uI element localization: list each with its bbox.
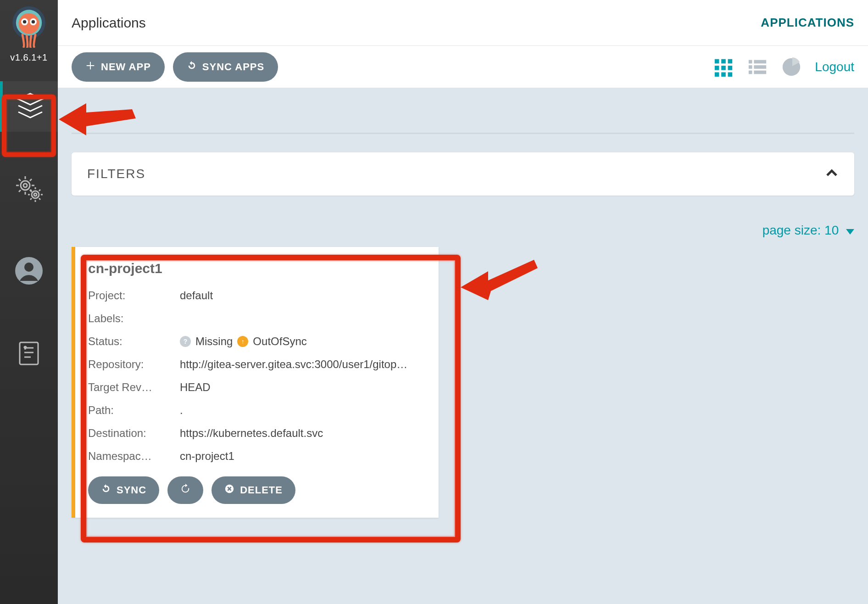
outofsync-icon: ↑ — [237, 336, 248, 347]
row-value: http://gitea-server.gitea.svc:3000/user1… — [180, 356, 426, 373]
grid-view-icon[interactable] — [713, 56, 734, 78]
svg-marker-36 — [846, 229, 854, 235]
status-value: ? Missing ↑ OutOfSync — [180, 333, 426, 350]
row-label: Namespac… — [88, 448, 180, 464]
svg-point-9 — [32, 191, 39, 198]
filters-panel[interactable]: FILTERS — [72, 152, 854, 196]
card-sync-label: SYNC — [117, 484, 146, 496]
argo-logo — [7, 5, 50, 50]
svg-rect-33 — [754, 70, 767, 74]
svg-rect-32 — [749, 70, 752, 74]
layers-icon — [16, 91, 45, 122]
new-app-button[interactable]: NEW APP — [72, 52, 165, 82]
svg-rect-31 — [754, 65, 767, 69]
search-row[interactable] — [72, 106, 854, 134]
card-delete-label: DELETE — [240, 484, 283, 496]
sidebar-item-docs[interactable]: ? — [0, 329, 58, 380]
card-sync-button[interactable]: SYNC — [88, 476, 159, 504]
svg-point-8 — [23, 184, 27, 187]
svg-rect-23 — [722, 66, 726, 70]
chevron-up-icon[interactable] — [825, 166, 839, 182]
svg-rect-19 — [715, 59, 719, 63]
page-title: Applications — [72, 15, 146, 31]
svg-rect-30 — [749, 65, 752, 69]
logout-link[interactable]: Logout — [815, 60, 854, 74]
app-name: cn-project1 — [88, 261, 426, 276]
page-size-prefix: page size: — [762, 223, 824, 237]
svg-rect-25 — [715, 72, 719, 77]
page-size-value: 10 — [824, 223, 839, 237]
row-value: . — [180, 402, 426, 419]
row-value: HEAD — [180, 379, 426, 396]
version-label: v1.6.1+1 — [10, 52, 47, 63]
new-app-label: NEW APP — [101, 61, 151, 73]
card-refresh-button[interactable] — [167, 476, 203, 504]
card-delete-button[interactable]: DELETE — [211, 476, 295, 504]
breadcrumb-applications[interactable]: APPLICATIONS — [761, 16, 854, 30]
row-label: Path: — [88, 402, 180, 419]
list-view-icon[interactable] — [747, 56, 768, 78]
sidebar-item-settings[interactable] — [0, 164, 58, 214]
svg-point-7 — [21, 181, 30, 190]
gears-icon — [14, 173, 44, 205]
topbar: Applications APPLICATIONS — [58, 0, 868, 46]
pie-view-icon[interactable] — [781, 56, 802, 78]
user-circle-icon — [14, 256, 44, 287]
main-content: FILTERS page size: 10 cn-project1 Projec… — [58, 88, 868, 604]
svg-rect-13 — [20, 342, 38, 364]
filters-label: FILTERS — [87, 167, 145, 181]
row-label: Project: — [88, 287, 180, 304]
svg-point-4 — [23, 20, 27, 24]
sync-icon — [187, 61, 197, 73]
docs-icon: ? — [14, 339, 44, 370]
svg-rect-20 — [722, 59, 726, 63]
svg-point-12 — [24, 263, 33, 272]
svg-rect-28 — [749, 60, 752, 63]
svg-rect-29 — [754, 60, 767, 63]
sidebar-item-applications[interactable] — [0, 81, 58, 132]
sync-apps-label: SYNC APPS — [202, 61, 264, 73]
row-value: https://kubernetes.default.svc — [180, 425, 426, 442]
plus-icon — [85, 61, 95, 73]
sidebar-item-user[interactable] — [0, 246, 58, 297]
svg-rect-21 — [728, 59, 733, 63]
search-icon — [72, 114, 83, 126]
refresh-icon — [180, 484, 190, 497]
status-out-text: OutOfSync — [253, 333, 306, 350]
status-missing-text: Missing — [195, 333, 233, 350]
toolbar: NEW APP SYNC APPS — [58, 46, 868, 88]
row-label: Target Rev… — [88, 379, 180, 396]
svg-text:?: ? — [24, 346, 27, 350]
svg-point-34 — [73, 115, 80, 122]
svg-line-35 — [79, 121, 83, 125]
sync-icon — [101, 484, 111, 497]
svg-rect-22 — [715, 66, 719, 70]
missing-icon: ? — [180, 336, 191, 347]
row-value — [180, 310, 426, 327]
delete-icon — [224, 484, 234, 497]
row-value: default — [180, 287, 426, 304]
row-label: Repository: — [88, 356, 180, 373]
svg-point-10 — [34, 193, 37, 196]
svg-rect-27 — [728, 72, 733, 77]
row-value: cn-project1 — [180, 448, 426, 464]
svg-rect-26 — [722, 72, 726, 77]
svg-rect-24 — [728, 66, 733, 70]
application-card[interactable]: cn-project1 Project: default Labels: Sta… — [72, 247, 439, 518]
row-label: Status: — [88, 333, 180, 350]
sync-apps-button[interactable]: SYNC APPS — [173, 52, 278, 82]
svg-point-6 — [32, 20, 35, 24]
sidebar: v1.6.1+1 — [0, 0, 58, 604]
row-label: Labels: — [88, 310, 180, 327]
caret-down-icon — [846, 223, 854, 238]
page-size-selector[interactable]: page size: 10 — [72, 223, 854, 238]
row-label: Destination: — [88, 425, 180, 442]
